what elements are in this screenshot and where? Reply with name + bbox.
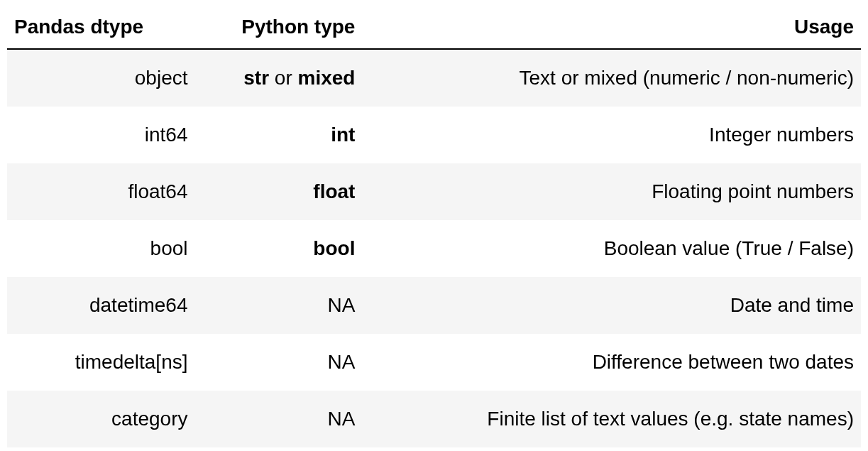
- cell-python-type: bool: [195, 220, 363, 277]
- ptype-part: mixed: [298, 67, 356, 89]
- cell-usage: Finite list of text values (e.g. state n…: [362, 391, 861, 447]
- cell-dtype: category: [7, 391, 195, 447]
- header-pandas-dtype: Pandas dtype: [7, 6, 195, 49]
- cell-dtype: timedelta[ns]: [7, 334, 195, 391]
- table-row: bool bool Boolean value (True / False): [7, 220, 861, 277]
- table-row: object str or mixed Text or mixed (numer…: [7, 49, 861, 107]
- cell-python-type: NA: [195, 334, 363, 391]
- table-row: int64 int Integer numbers: [7, 107, 861, 163]
- cell-python-type: int: [195, 107, 363, 163]
- ptype-part: NA: [328, 294, 356, 316]
- table-row: datetime64 NA Date and time: [7, 277, 861, 334]
- cell-dtype: float64: [7, 163, 195, 220]
- ptype-part: or: [269, 67, 297, 89]
- table-row: category NA Finite list of text values (…: [7, 391, 861, 447]
- cell-python-type: float: [195, 163, 363, 220]
- cell-dtype: datetime64: [7, 277, 195, 334]
- cell-usage: Difference between two dates: [362, 334, 861, 391]
- cell-python-type: NA: [195, 391, 363, 447]
- table-row: float64 float Floating point numbers: [7, 163, 861, 220]
- ptype-part: str: [243, 67, 269, 89]
- ptype-part: bool: [313, 237, 355, 259]
- ptype-part: float: [313, 180, 355, 202]
- cell-usage: Floating point numbers: [362, 163, 861, 220]
- table-header-row: Pandas dtype Python type Usage: [7, 6, 861, 49]
- dtype-table: Pandas dtype Python type Usage object st…: [7, 6, 861, 447]
- header-usage: Usage: [362, 6, 861, 49]
- cell-usage: Date and time: [362, 277, 861, 334]
- ptype-part: int: [331, 124, 355, 146]
- cell-dtype: int64: [7, 107, 195, 163]
- header-python-type: Python type: [195, 6, 363, 49]
- cell-usage: Text or mixed (numeric / non-numeric): [362, 49, 861, 107]
- cell-python-type: str or mixed: [195, 49, 363, 107]
- cell-dtype: bool: [7, 220, 195, 277]
- cell-dtype: object: [7, 49, 195, 107]
- ptype-part: NA: [328, 351, 356, 373]
- cell-usage: Boolean value (True / False): [362, 220, 861, 277]
- cell-usage: Integer numbers: [362, 107, 861, 163]
- ptype-part: NA: [328, 408, 356, 430]
- table-row: timedelta[ns] NA Difference between two …: [7, 334, 861, 391]
- cell-python-type: NA: [195, 277, 363, 334]
